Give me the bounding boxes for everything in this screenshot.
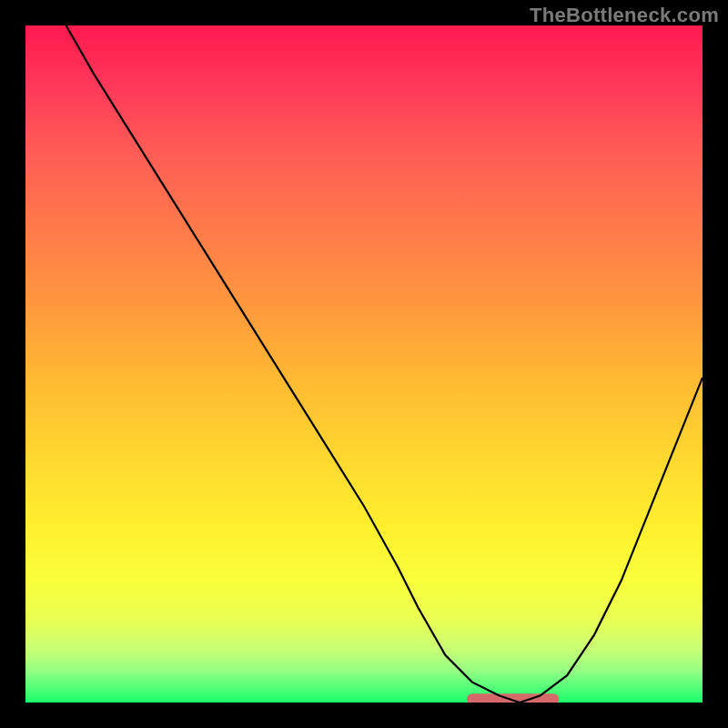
bottleneck-curve — [66, 25, 703, 703]
chart-plot-area — [25, 25, 703, 703]
watermark-text: TheBottleneck.com — [530, 4, 719, 27]
chart-frame: TheBottleneck.com — [0, 0, 728, 728]
chart-svg — [25, 25, 703, 703]
